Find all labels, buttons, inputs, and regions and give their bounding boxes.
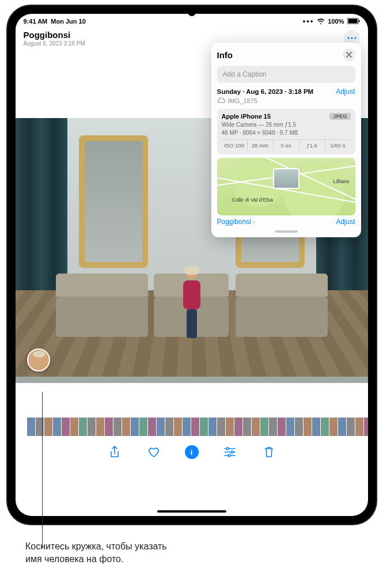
specs-info: 48 MP · 8064 × 6048 · 9.7 MB: [222, 130, 351, 136]
person-tag-circle[interactable]: [27, 348, 50, 371]
format-badge: JPEG: [329, 113, 350, 120]
camera-notch: [188, 8, 196, 16]
exif-row: ISO 100 26 mm 0 ev ƒ1.6 1/60 s: [222, 139, 351, 151]
info-panel: Info Add a Caption Sunday · Aug 6, 2023 …: [211, 43, 361, 237]
ipad-frame: 9:41 AM Mon Jun 10 100% Poggibonsi Augus…: [7, 6, 376, 524]
svg-point-3: [347, 37, 349, 39]
adjust-datetime-button[interactable]: Adjust: [336, 88, 355, 96]
photo-date-subtitle: August 6, 2023 3:18 PM: [24, 40, 85, 47]
svg-point-7: [231, 451, 233, 453]
location-link[interactable]: Poggibonsi: [217, 218, 256, 226]
map-photo-pin: [273, 168, 299, 189]
callout-leader-line: [42, 392, 43, 548]
exif-shutter: 1/60 s: [325, 140, 351, 151]
map-label-1: Colle di Val d'Elsa: [232, 197, 274, 203]
svg-rect-1: [348, 18, 357, 23]
status-time: 9:41 AM: [24, 18, 48, 25]
panel-grabber[interactable]: [275, 230, 298, 233]
share-button[interactable]: [107, 444, 123, 460]
svg-point-5: [354, 37, 356, 39]
map-label-2: Lilliano: [333, 179, 349, 184]
lens-info: Wide Camera — 26 mm ƒ1.5: [222, 122, 351, 128]
location-map[interactable]: Colle di Val d'Elsa Lilliano: [217, 158, 355, 215]
status-battery-pct: 100%: [328, 18, 344, 25]
cloud-icon: [217, 97, 225, 104]
info-heading: Info: [217, 50, 233, 60]
info-datetime: Sunday · Aug 6, 2023 · 3:18 PM: [217, 88, 314, 95]
svg-point-4: [351, 37, 352, 39]
status-date: Mon Jun 10: [51, 18, 86, 25]
thumbnail-strip[interactable]: [16, 418, 368, 436]
close-button[interactable]: [343, 48, 355, 61]
svg-point-8: [228, 454, 230, 457]
bottom-toolbar: i: [16, 444, 368, 460]
battery-icon: [347, 18, 360, 25]
home-indicator[interactable]: [157, 510, 226, 513]
favorite-button[interactable]: [146, 444, 162, 460]
info-button[interactable]: i: [185, 445, 199, 459]
svg-point-6: [226, 447, 229, 450]
delete-button[interactable]: [261, 444, 277, 460]
camera-device: Apple iPhone 15: [222, 113, 271, 120]
exif-iso: ISO 100: [222, 140, 248, 151]
screen: 9:41 AM Mon Jun 10 100% Poggibonsi Augus…: [16, 14, 368, 516]
caption-input[interactable]: Add a Caption: [217, 66, 355, 83]
exif-focal: 26 mm: [248, 140, 274, 151]
exif-ev: 0 ev: [274, 140, 299, 151]
svg-rect-2: [359, 20, 360, 22]
adjust-location-button[interactable]: Adjust: [336, 218, 355, 226]
location-title: Poggibonsi: [24, 30, 85, 40]
multitask-indicator: [303, 17, 314, 26]
info-filename: IMG_1875: [228, 97, 257, 104]
camera-info-box: Apple iPhone 15 JPEG Wide Camera — 26 mm…: [217, 109, 355, 154]
exif-aperture: ƒ1.6: [299, 140, 325, 151]
edit-button[interactable]: [222, 444, 238, 460]
wifi-icon: [317, 18, 325, 25]
callout-caption: Коснитесь кружка, чтобы указать имя чело…: [25, 540, 267, 565]
